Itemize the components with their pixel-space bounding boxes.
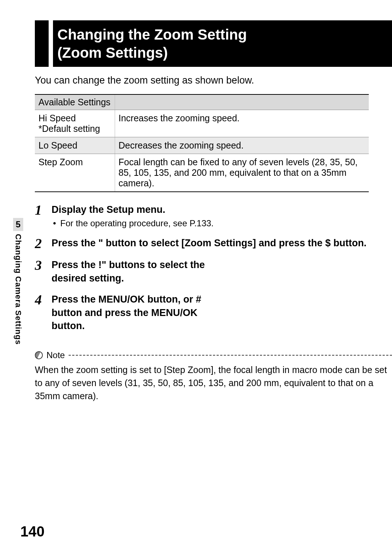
setting-desc: Decreases the zooming speed. xyxy=(115,137,369,154)
note-header: Note xyxy=(35,350,392,360)
step-body: Press the !" buttons to select the desir… xyxy=(52,258,392,285)
manual-page: Changing the Zoom Setting (Zoom Settings… xyxy=(0,0,392,555)
chapter-label: Changing Camera Settings xyxy=(13,234,23,345)
section-title: Changing the Zoom Setting (Zoom Settings… xyxy=(53,20,392,67)
section-title-bar: Changing the Zoom Setting (Zoom Settings… xyxy=(35,20,392,67)
page-number: 140 xyxy=(20,523,45,540)
step-title: Press the MENU/OK button, or # button an… xyxy=(52,293,208,332)
setting-desc: Increases the zooming speed. xyxy=(115,110,369,137)
table-row: Step Zoom Focal length can be fixed to a… xyxy=(35,154,369,192)
note-block: Note When the zoom setting is set to [St… xyxy=(35,350,392,403)
step-number: 1 xyxy=(35,203,52,228)
intro-text: You can change the zoom setting as shown… xyxy=(35,75,392,86)
table-row: Hi Speed *Default setting Increases the … xyxy=(35,110,369,137)
note-label: Note xyxy=(46,350,65,360)
step-body: Press the MENU/OK button, or # button an… xyxy=(52,293,392,332)
step: 4 Press the MENU/OK button, or # button … xyxy=(35,293,392,332)
step-body: Press the " button to select [Zoom Setti… xyxy=(52,236,392,250)
step: 3 Press the !" buttons to select the des… xyxy=(35,258,392,285)
table-header-col1: Available Settings xyxy=(35,94,115,110)
setting-desc: Focal length can be fixed to any of seve… xyxy=(115,154,369,192)
steps-list: 1 Display the Setup menu. For the operat… xyxy=(35,203,392,333)
table-header-col2 xyxy=(115,94,369,110)
chapter-number: 5 xyxy=(13,218,23,231)
title-line2: (Zoom Settings) xyxy=(57,45,168,61)
table-header-row: Available Settings xyxy=(35,94,369,110)
title-line1: Changing the Zoom Setting xyxy=(57,27,247,42)
step-number: 4 xyxy=(35,293,52,332)
note-icon xyxy=(34,350,44,360)
step-title: Display the Setup menu. xyxy=(52,203,392,216)
step-body: Display the Setup menu. For the operatin… xyxy=(52,203,392,228)
step-number: 3 xyxy=(35,258,52,285)
table-row: Lo Speed Decreases the zooming speed. xyxy=(35,137,369,154)
step: 1 Display the Setup menu. For the operat… xyxy=(35,203,392,228)
settings-table: Available Settings Hi Speed *Default set… xyxy=(35,94,369,192)
setting-name: Hi Speed *Default setting xyxy=(35,110,115,137)
sidebar-rail: 5 Changing Camera Settings xyxy=(13,218,23,345)
setting-name: Step Zoom xyxy=(35,154,115,192)
step-subtext: For the operating procedure, see P.133. xyxy=(52,218,392,228)
step-number: 2 xyxy=(35,236,52,250)
step-title: Press the " button to select [Zoom Setti… xyxy=(52,236,392,250)
step: 2 Press the " button to select [Zoom Set… xyxy=(35,236,392,250)
title-accent-band xyxy=(35,20,49,67)
step-title: Press the !" buttons to select the desir… xyxy=(52,258,208,285)
note-dashed-rule xyxy=(69,355,392,356)
setting-name: Lo Speed xyxy=(35,137,115,154)
note-text: When the zoom setting is set to [Step Zo… xyxy=(35,363,392,403)
